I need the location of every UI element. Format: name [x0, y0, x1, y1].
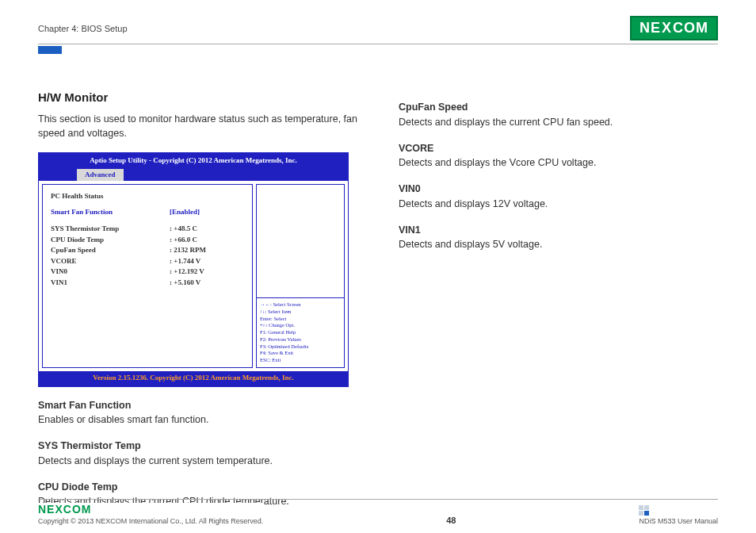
- bios-reading-key: VCORE: [51, 256, 170, 267]
- footer-row: NEXCOM Copyright © 2013 NEXCOM Internati…: [38, 503, 718, 525]
- desc-body: Detects and displays the current system …: [38, 454, 357, 469]
- bios-reading-val: : +1.744 V: [170, 256, 200, 267]
- bios-left-pane: PC Health Status Smart Fan Function [Ena…: [42, 184, 253, 368]
- bios-smart-fan-value: [Enabled]: [170, 207, 200, 218]
- footer-copyright: Copyright © 2013 NEXCOM International Co…: [38, 517, 263, 525]
- bios-help-line: +/-: Change Opt.: [260, 322, 341, 329]
- footer-left: NEXCOM Copyright © 2013 NEXCOM Internati…: [38, 503, 263, 525]
- footer-logo: NEXCOM: [38, 503, 263, 516]
- bios-title-bar: Aptio Setup Utility - Copyright (C) 2012…: [39, 153, 348, 169]
- bios-right-pane: →←: Select Screen↑↓: Select ItemEnter: S…: [256, 184, 345, 368]
- brand-logo: NEXCOM: [630, 16, 718, 40]
- desc-title: VIN1: [399, 223, 718, 238]
- bios-screenshot: Aptio Setup Utility - Copyright (C) 2012…: [38, 152, 349, 387]
- bios-reading-val: : 2132 RPM: [170, 245, 206, 256]
- bios-reading-row: VCORE: +1.744 V: [51, 256, 246, 267]
- desc-title: VIN0: [399, 182, 718, 197]
- desc-body: Detects and displays 5V voltage.: [399, 237, 718, 252]
- bios-reading-val: : +5.160 V: [170, 278, 200, 289]
- desc-title: CpuFan Speed: [399, 100, 718, 115]
- footer-squares-icon: [639, 505, 718, 516]
- header-rule: [38, 44, 718, 44]
- page-footer: NEXCOM Copyright © 2013 NEXCOM Internati…: [38, 499, 718, 525]
- bios-help-line: →←: Select Screen: [260, 301, 341, 309]
- desc-body: Detects and displays the current CPU fan…: [399, 115, 718, 130]
- bios-reading-val: : +48.5 C: [170, 224, 197, 235]
- bios-help-line: Enter: Select: [260, 316, 341, 323]
- bios-smart-fan-label: Smart Fan Function: [51, 207, 170, 218]
- desc-title: Smart Fan Function: [38, 398, 357, 413]
- bios-reading-row: CPU Diode Temp: +66.0 C: [51, 235, 246, 246]
- section-intro: This section is used to monitor hardware…: [38, 112, 357, 142]
- bios-tab-bar: Advanced: [39, 169, 348, 182]
- right-descriptions: CpuFan SpeedDetects and displays the cur…: [399, 100, 718, 252]
- page-number: 48: [446, 516, 456, 525]
- content-columns: H/W Monitor This section is used to moni…: [38, 89, 718, 512]
- bios-help-line: ESC: Exit: [260, 357, 341, 364]
- section-title: H/W Monitor: [38, 89, 357, 107]
- bios-help-pane: →←: Select Screen↑↓: Select ItemEnter: S…: [257, 297, 344, 367]
- bios-tab-advanced: Advanced: [77, 169, 124, 182]
- bios-reading-key: VIN1: [51, 278, 170, 289]
- bios-body: PC Health Status Smart Fan Function [Ena…: [39, 181, 348, 371]
- bios-right-spacer: [257, 185, 344, 297]
- bios-smart-fan-row: Smart Fan Function [Enabled]: [51, 207, 246, 218]
- right-column: CpuFan SpeedDetects and displays the cur…: [399, 89, 718, 512]
- bios-reading-row: SYS Thermistor Temp: +48.5 C: [51, 224, 246, 235]
- desc-body: Detects and displays the Vcore CPU volta…: [399, 155, 718, 171]
- bios-version-bar: Version 2.15.1236. Copyright (C) 2012 Am…: [39, 371, 348, 386]
- bios-reading-row: VIN0: +12.192 V: [51, 266, 246, 278]
- bios-reading-key: SYS Thermistor Temp: [51, 224, 170, 235]
- bios-health-title: PC Health Status: [51, 191, 246, 202]
- bios-help-line: F3: Optimized Defaults: [260, 343, 341, 351]
- bios-help-line: F4: Save & Exit: [260, 350, 341, 357]
- desc-body: Detects and displays 12V voltage.: [399, 197, 718, 212]
- bios-help-line: ↑↓: Select Item: [260, 309, 341, 316]
- bios-reading-key: CPU Diode Temp: [51, 235, 170, 246]
- left-descriptions: Smart Fan FunctionEnables or disables sm…: [38, 398, 357, 510]
- chapter-label: Chapter 4: BIOS Setup: [38, 24, 128, 33]
- bios-reading-rows: SYS Thermistor Temp: +48.5 CCPU Diode Te…: [51, 224, 246, 288]
- desc-title: SYS Thermistor Temp: [38, 439, 357, 454]
- footer-right: NDiS M533 User Manual: [639, 505, 718, 525]
- bios-help-line: F1: General Help: [260, 329, 341, 336]
- bios-reading-row: CpuFan Speed: 2132 RPM: [51, 245, 246, 256]
- bios-reading-row: VIN1: +5.160 V: [51, 278, 246, 289]
- desc-title: VCORE: [399, 141, 718, 156]
- left-column: H/W Monitor This section is used to moni…: [38, 89, 357, 512]
- desc-title: CPU Diode Temp: [38, 480, 357, 495]
- bios-reading-key: VIN0: [51, 266, 170, 278]
- header-accent: [38, 46, 62, 54]
- page-header: Chapter 4: BIOS Setup NEXCOM: [38, 16, 718, 40]
- bios-reading-val: : +66.0 C: [170, 235, 197, 246]
- desc-body: Enables or disables smart fan function.: [38, 412, 357, 428]
- footer-manual: NDiS M533 User Manual: [639, 517, 718, 525]
- bios-help-line: F2: Previous Values: [260, 336, 341, 343]
- bios-reading-key: CpuFan Speed: [51, 245, 170, 256]
- bios-reading-val: : +12.192 V: [170, 266, 204, 278]
- footer-rule: [38, 499, 718, 500]
